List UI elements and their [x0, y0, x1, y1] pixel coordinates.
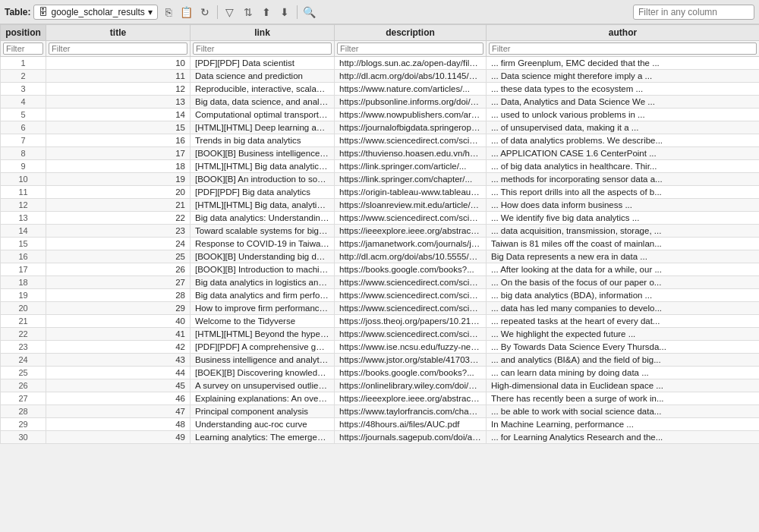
table-row[interactable]: 110[PDF][PDF] Data scientisthttp://blogs…	[1, 57, 760, 70]
row-index: 12	[1, 199, 46, 212]
filter-row	[1, 41, 760, 57]
table-row[interactable]: 2645A survey on unsupervised outlier det…	[1, 379, 760, 392]
cell-position: 20	[46, 186, 191, 199]
cell-title: [HTML][HTML] Big data, analytics and the…	[191, 199, 335, 212]
table-row[interactable]: 211Data science and predictionhttp://dl.…	[1, 70, 760, 83]
filter-cell-position	[1, 41, 46, 57]
table-row[interactable]: 2746Explaining explanations: An overview…	[1, 392, 760, 405]
table-row[interactable]: 3049Learning analytics: The emergence of…	[1, 431, 760, 444]
filter-cell-link	[191, 41, 335, 57]
cell-title: Big data, data science, and analytics: T…	[191, 96, 335, 109]
cell-title: [HTML][HTML] Beyond the hype: Big data .…	[191, 328, 335, 341]
table-name-selector[interactable]: 🗄 google_scholar_results ▾	[33, 5, 157, 20]
filter-input-position[interactable]	[3, 42, 43, 55]
cell-description: ... APPLICATION CASE 1.6 CenterPoint ...	[487, 147, 760, 160]
col-header-author[interactable]: author	[487, 25, 760, 41]
column-filter-input[interactable]	[633, 5, 754, 20]
row-index: 20	[1, 302, 46, 315]
cell-description: ... repeated tasks at the heart of every…	[487, 315, 760, 328]
cell-description: ... By Towards Data Science Every Thursd…	[487, 341, 760, 354]
row-index: 21	[1, 315, 46, 328]
filter-input-link[interactable]	[193, 42, 332, 55]
cell-position: 22	[46, 212, 191, 225]
refresh-button[interactable]: ↻	[197, 5, 213, 20]
cell-position: 19	[46, 173, 191, 186]
separator-2	[297, 5, 298, 19]
cell-position: 48	[46, 418, 191, 431]
table-row[interactable]: 2029How to improve firm performance usin…	[1, 302, 760, 315]
table-row[interactable]: 413Big data, data science, and analytics…	[1, 96, 760, 109]
cell-link: http://dl.acm.org/doi/abs/10.5555/213280…	[335, 250, 487, 263]
table-row[interactable]: 2443Business intelligence and analytics:…	[1, 354, 760, 367]
table-row[interactable]: 1928Big data analytics and firm performa…	[1, 289, 760, 302]
col-header-position[interactable]: position	[1, 25, 46, 41]
table-row[interactable]: 615[HTML][HTML] Deep learning applicatio…	[1, 121, 760, 134]
table-row[interactable]: 817[BOOK][B] Business intelligence, anal…	[1, 147, 760, 160]
table-row[interactable]: 1726[BOOK][B] Introduction to machine le…	[1, 263, 760, 276]
table-row[interactable]: 312Reproducible, interactive, scalable a…	[1, 83, 760, 96]
col-header-description[interactable]: description	[335, 25, 487, 41]
table-row[interactable]: 1625[BOOK][B] Understanding big data: An…	[1, 250, 760, 263]
cell-position: 26	[46, 263, 191, 276]
cell-link: https://journalofbigdata.springeropen.co…	[335, 121, 487, 134]
row-index: 29	[1, 418, 46, 431]
table-row[interactable]: 716Trends in big data analyticshttps://w…	[1, 134, 760, 147]
table-row[interactable]: 1827Big data analytics in logistics and …	[1, 276, 760, 289]
row-index: 24	[1, 354, 46, 367]
table-row[interactable]: 2140Welcome to the Tidyversehttps://joss…	[1, 315, 760, 328]
export-button[interactable]: ⬆	[259, 5, 274, 20]
table-row[interactable]: 1221[HTML][HTML] Big data, analytics and…	[1, 199, 760, 212]
cell-description: ... of data analytics problems. We descr…	[487, 134, 760, 147]
filter-button[interactable]: ▽	[222, 5, 238, 20]
paste-button[interactable]: 📋	[179, 5, 194, 20]
cell-link: https://48hours.ai/files/AUC.pdf	[335, 418, 487, 431]
table-row[interactable]: 1524Response to COVID-19 in Taiwan: big …	[1, 238, 760, 250]
cell-link: https://ieeexplore.ieee.org/abstract/...	[335, 392, 487, 405]
cell-description: ... Data, Analytics and Data Science We …	[487, 96, 760, 109]
cell-position: 21	[46, 199, 191, 212]
table-row[interactable]: 1019[BOOK][B] An introduction to social …	[1, 173, 760, 186]
filter-input-title[interactable]	[49, 42, 187, 55]
row-index: 26	[1, 379, 46, 392]
row-index: 7	[1, 134, 46, 147]
cell-title: [PDF][PDF] Big data analytics	[191, 186, 335, 199]
cell-description: ... and analytics (BI&A) and the field o…	[487, 354, 760, 367]
filter-input-author[interactable]	[489, 42, 757, 55]
row-index: 3	[1, 83, 46, 96]
table-row[interactable]: 514Computational optimal transport: With…	[1, 109, 760, 121]
table-row[interactable]: 1423Toward scalable systems for big data…	[1, 225, 760, 238]
cell-title: [PDF][PDF] Data scientist	[191, 57, 335, 70]
table-label: Table:	[5, 7, 30, 17]
cell-position: 14	[46, 109, 191, 121]
import-button[interactable]: ⬇	[277, 5, 292, 20]
data-table: position title link description author 1…	[0, 24, 759, 444]
table-row[interactable]: 2342[PDF][PDF] A comprehensive guide to …	[1, 341, 760, 354]
table-row[interactable]: 1120[PDF][PDF] Big data analyticshttps:/…	[1, 186, 760, 199]
search-button[interactable]: 🔍	[302, 5, 317, 20]
cell-title: How to improve firm performance using bi…	[191, 302, 335, 315]
col-header-link[interactable]: link	[191, 25, 335, 41]
table-row[interactable]: 1322Big data analytics: Understanding it…	[1, 212, 760, 225]
cell-title: Business intelligence and analytics: Fro…	[191, 354, 335, 367]
cell-title: Principal component analysis	[191, 405, 335, 418]
cell-title: [HTML][HTML] Big data analytics in ...	[191, 160, 335, 173]
col-header-title[interactable]: title	[46, 25, 191, 41]
table-row[interactable]: 2948Understanding auc-roc curvehttps://4…	[1, 418, 760, 431]
cell-description: ... data has led many companies to devel…	[487, 302, 760, 315]
filter-input-description[interactable]	[337, 42, 483, 55]
row-index: 23	[1, 341, 46, 354]
cell-link: https://books.google.com/books?...	[335, 367, 487, 379]
copy-button[interactable]: ⎘	[161, 5, 176, 20]
table-row[interactable]: 2847Principal component analysishttps://…	[1, 405, 760, 418]
sort-button[interactable]: ⇅	[241, 5, 256, 20]
table-row[interactable]: 2544[BOEK][B] Discovering knowledge in d…	[1, 367, 760, 379]
cell-position: 12	[46, 83, 191, 96]
cell-position: 42	[46, 341, 191, 354]
cell-description: Taiwan is 81 miles off the coast of main…	[487, 238, 760, 250]
cell-description: ... On the basis of the focus of our pap…	[487, 276, 760, 289]
cell-position: 41	[46, 328, 191, 341]
table-body: 110[PDF][PDF] Data scientisthttp://blogs…	[1, 57, 760, 444]
table-row[interactable]: 2241[HTML][HTML] Beyond the hype: Big da…	[1, 328, 760, 341]
table-row[interactable]: 918[HTML][HTML] Big data analytics in ..…	[1, 160, 760, 173]
row-index: 13	[1, 212, 46, 225]
